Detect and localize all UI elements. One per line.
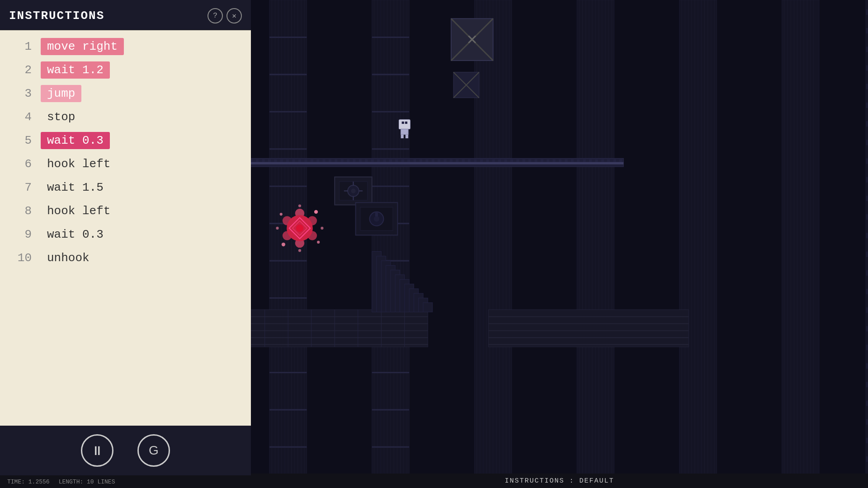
svg-rect-179 — [371, 159, 374, 162]
instruction-text[interactable]: hook left — [41, 202, 117, 220]
svg-rect-196 — [474, 159, 476, 162]
instructions-header: INSTRUCTIONS ? ✕ — [0, 0, 251, 30]
line-number: 2 — [9, 63, 32, 77]
help-icon-button[interactable]: ? — [208, 8, 223, 23]
svg-rect-183 — [395, 159, 398, 162]
instruction-row[interactable]: 9wait 0.3 — [0, 223, 251, 246]
svg-rect-174 — [341, 159, 344, 162]
instruction-text[interactable]: wait 0.3 — [41, 132, 110, 149]
game-status-bar: INSTRUCTIONS : DEFAULT — [251, 474, 868, 488]
svg-rect-164 — [280, 159, 283, 162]
instruction-text[interactable]: move right — [41, 38, 124, 55]
svg-rect-132 — [866, 307, 868, 313]
svg-rect-186 — [413, 159, 416, 162]
svg-rect-215 — [589, 159, 592, 162]
instruction-row[interactable]: 6hook left — [0, 152, 251, 176]
svg-rect-198 — [486, 159, 489, 162]
svg-rect-191 — [443, 159, 446, 162]
svg-rect-167 — [298, 159, 301, 162]
header-icons: ? ✕ — [208, 8, 242, 23]
panel-title: INSTRUCTIONS — [9, 9, 104, 23]
line-number: 8 — [9, 204, 32, 218]
instruction-row[interactable]: 4stop — [0, 105, 251, 129]
svg-rect-192 — [450, 159, 453, 162]
svg-rect-228 — [251, 310, 428, 347]
svg-rect-194 — [462, 159, 465, 162]
svg-rect-210 — [559, 159, 561, 162]
svg-point-282 — [314, 210, 318, 214]
svg-rect-112 — [866, 121, 868, 127]
instruction-row[interactable]: 8hook left — [0, 199, 251, 223]
svg-rect-208 — [547, 159, 549, 162]
svg-rect-140 — [866, 382, 868, 387]
svg-rect-160 — [256, 159, 259, 162]
game-status-text: INSTRUCTIONS : DEFAULT — [505, 477, 614, 485]
svg-rect-161 — [262, 159, 265, 162]
svg-rect-163 — [274, 159, 277, 162]
line-number: 3 — [9, 87, 32, 100]
svg-rect-173 — [335, 159, 337, 162]
svg-rect-165 — [286, 159, 289, 162]
svg-rect-134 — [866, 326, 868, 331]
svg-rect-216 — [595, 159, 598, 162]
svg-rect-226 — [406, 135, 408, 138]
svg-rect-170 — [316, 159, 319, 162]
close-icon-button[interactable]: ✕ — [226, 8, 242, 23]
instruction-row[interactable]: 5wait 0.3 — [0, 129, 251, 152]
svg-rect-184 — [401, 159, 404, 162]
svg-rect-219 — [613, 159, 616, 162]
svg-rect-130 — [866, 289, 868, 294]
svg-rect-136 — [866, 345, 868, 350]
instruction-text[interactable]: jump — [41, 85, 81, 102]
svg-rect-128 — [866, 270, 868, 276]
line-number: 7 — [9, 181, 32, 194]
svg-rect-187 — [420, 159, 422, 162]
svg-rect-108 — [866, 84, 868, 89]
instruction-text[interactable]: hook left — [41, 155, 117, 173]
svg-rect-258 — [423, 303, 433, 312]
svg-rect-200 — [498, 159, 501, 162]
svg-rect-182 — [389, 159, 392, 162]
svg-rect-193 — [456, 159, 458, 162]
instruction-row[interactable]: 2wait 1.2 — [0, 58, 251, 82]
svg-point-287 — [321, 227, 323, 230]
svg-rect-181 — [383, 159, 386, 162]
svg-rect-217 — [601, 159, 604, 162]
time-status: TIME: 1.2556 — [7, 479, 50, 485]
svg-rect-100 — [866, 9, 868, 15]
svg-rect-206 — [534, 159, 537, 162]
svg-rect-220 — [619, 159, 622, 162]
instruction-row[interactable]: 1move right — [0, 35, 251, 58]
instruction-row[interactable]: 7wait 1.5 — [0, 176, 251, 199]
instruction-text[interactable]: wait 1.2 — [41, 61, 110, 79]
instruction-text[interactable]: stop — [41, 108, 81, 126]
instruction-row[interactable]: 3jump — [0, 82, 251, 105]
svg-rect-224 — [405, 122, 407, 124]
svg-rect-185 — [407, 159, 410, 162]
instruction-text[interactable]: wait 1.5 — [41, 179, 110, 196]
svg-point-270 — [374, 216, 379, 221]
svg-rect-176 — [353, 159, 355, 162]
svg-rect-221 — [399, 120, 410, 129]
svg-rect-177 — [359, 159, 362, 162]
svg-rect-159 — [251, 159, 253, 162]
g-button[interactable]: G — [137, 434, 170, 467]
svg-rect-96 — [866, 0, 868, 488]
pause-button[interactable]: ⏸ — [81, 434, 113, 467]
svg-rect-124 — [866, 233, 868, 238]
line-number: 5 — [9, 134, 32, 147]
svg-rect-102 — [866, 28, 868, 33]
svg-rect-211 — [565, 159, 567, 162]
svg-rect-212 — [571, 159, 574, 162]
svg-rect-162 — [268, 159, 271, 162]
svg-rect-146 — [866, 438, 868, 443]
svg-point-285 — [282, 243, 285, 246]
line-number: 4 — [9, 110, 32, 124]
svg-rect-122 — [866, 214, 868, 220]
line-number: 10 — [9, 251, 32, 265]
instruction-text[interactable]: unhook — [41, 249, 96, 267]
svg-point-289 — [298, 249, 301, 252]
instruction-row[interactable]: 10unhook — [0, 246, 251, 270]
svg-rect-213 — [577, 159, 580, 162]
instruction-text[interactable]: wait 0.3 — [41, 226, 110, 243]
